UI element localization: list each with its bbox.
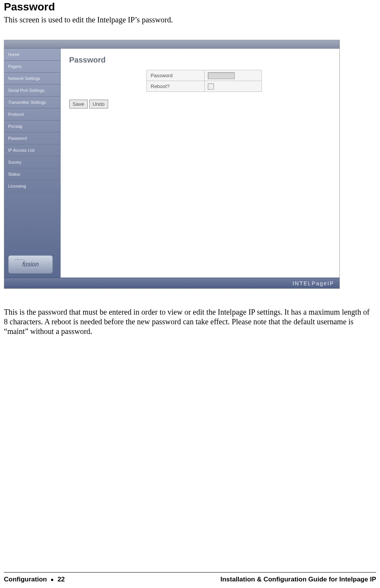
body-paragraph: This is the password that must be entere… (4, 307, 375, 336)
save-button[interactable]: Save (69, 100, 88, 108)
fusion-logo-text: fusion (22, 261, 39, 268)
button-row: Save Undo (69, 100, 331, 108)
table-row: Password (147, 70, 262, 81)
password-form-table: Password Reboot? (146, 70, 262, 92)
page-footer: Configuration 22 Installation & Configur… (4, 576, 376, 583)
sidebar-item-survey[interactable]: Survey (4, 156, 60, 168)
undo-button[interactable]: Undo (89, 100, 108, 108)
password-label: Password (147, 70, 205, 81)
footer-brand: INTELPageIP (292, 280, 334, 286)
sidebar-item-home[interactable]: Home (4, 49, 60, 61)
reboot-checkbox[interactable] (208, 83, 214, 90)
sidebar-item-pocsag[interactable]: Pocsag (4, 120, 60, 132)
fusion-logo: fusion (8, 255, 53, 274)
sidebar-item-pagers[interactable]: Pagers (4, 61, 60, 73)
sidebar-item-transmitter-settings[interactable]: Transmitter Settings (4, 97, 60, 108)
sidebar-item-serial-port-settings[interactable]: Serial Port Settings (4, 85, 60, 97)
page-footer-left: Configuration 22 (4, 576, 65, 583)
footer-section: Configuration (4, 576, 47, 583)
sidebar-item-protocol[interactable]: Protocol (4, 108, 60, 120)
password-cell (205, 70, 262, 81)
sidebar: Home Pagers Network Settings Serial Port… (4, 49, 61, 278)
section-subtext: This screen is used to edit the Intelpag… (4, 15, 376, 24)
reboot-label: Reboot? (147, 81, 205, 92)
app-screenshot: Home Pagers Network Settings Serial Port… (4, 40, 340, 289)
footer-pagenum: 22 (58, 576, 65, 583)
sidebar-item-licensing[interactable]: Licensing (4, 180, 60, 192)
sidebar-item-ip-access-list[interactable]: IP Access List (4, 144, 60, 156)
sidebar-item-status[interactable]: Status (4, 168, 60, 180)
password-field[interactable] (208, 72, 235, 79)
content-panel: Password Password Reboot? (61, 49, 339, 278)
sidebar-item-network-settings[interactable]: Network Settings (4, 73, 60, 85)
app-footer: INTELPageIP (4, 278, 339, 288)
window-topbar (4, 40, 339, 49)
table-row: Reboot? (147, 81, 262, 92)
sidebar-nav: Home Pagers Network Settings Serial Port… (4, 49, 60, 192)
reboot-cell (205, 81, 262, 92)
section-heading: Password (4, 1, 376, 13)
footer-rule (4, 572, 376, 573)
panel-title: Password (69, 56, 331, 64)
bullet-icon (51, 579, 53, 581)
page-footer-right: Installation & Configuration Guide for I… (221, 576, 376, 583)
sidebar-item-password[interactable]: Password (4, 132, 60, 144)
